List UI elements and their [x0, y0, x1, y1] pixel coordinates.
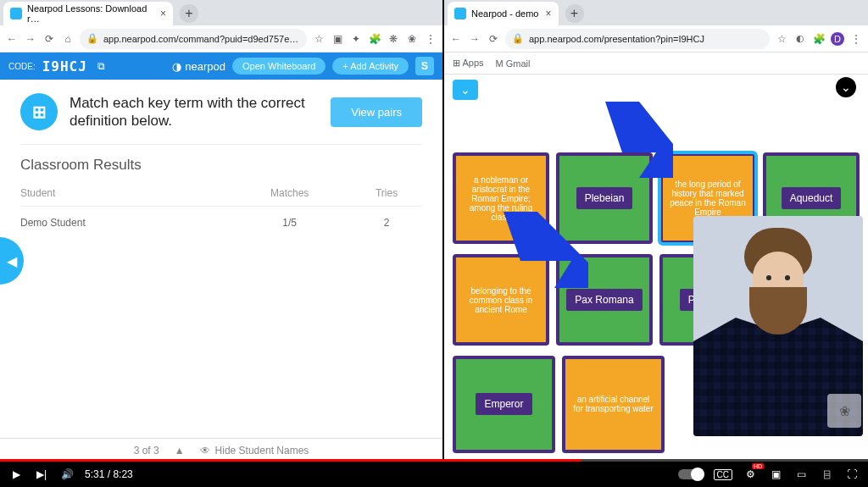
card-label: Emperor — [476, 393, 531, 415]
forward-icon[interactable]: → — [24, 33, 37, 45]
star-icon[interactable]: ☆ — [312, 33, 326, 45]
browser-tab[interactable]: Nearpod Lessons: Download r… × — [3, 2, 173, 25]
fullscreen-icon[interactable]: ⛶ — [844, 468, 860, 480]
results-heading: Classroom Results — [20, 144, 422, 180]
gmail-bookmark[interactable]: M Gmail — [496, 58, 531, 69]
view-pairs-button[interactable]: View pairs — [331, 97, 422, 127]
definition-card[interactable]: an artificial channel for transporting w… — [562, 356, 665, 453]
slide-nav-handle[interactable]: ◀ — [0, 237, 24, 285]
back-icon[interactable]: ← — [5, 33, 19, 45]
code-label: CODE: — [8, 62, 36, 71]
star-icon[interactable]: ☆ — [775, 33, 788, 45]
play-icon[interactable]: ▶ — [8, 468, 24, 480]
instruction-row: ⊞ Match each key term with the correct d… — [0, 80, 442, 144]
cast-icon[interactable]: ⌸ — [819, 468, 834, 480]
add-activity-button[interactable]: Add Activity — [332, 58, 409, 75]
back-icon[interactable]: ← — [449, 33, 463, 45]
col-matches: Matches — [228, 180, 351, 207]
new-tab-button[interactable]: + — [565, 4, 584, 23]
share-icon[interactable]: ⧉ — [97, 60, 105, 72]
tab-title: Nearpod Lessons: Download r… — [27, 3, 153, 24]
cell-student: Demo Student — [20, 207, 228, 240]
card-label: Pax Romana — [566, 289, 642, 311]
hide-names-toggle[interactable]: 👁 Hide Student Names — [200, 445, 309, 457]
menu-icon[interactable]: ⋮ — [849, 33, 863, 45]
annotation-arrow — [495, 212, 588, 288]
svg-marker-0 — [605, 102, 673, 178]
url-text: app.nearpod.com/command?puid=d9ed757e… — [103, 34, 298, 44]
close-tab-icon[interactable]: × — [546, 8, 552, 19]
col-student: Student — [20, 180, 228, 207]
annotation-arrow — [588, 102, 673, 178]
tabstrip-right: Nearpod - demo × + — [444, 0, 868, 25]
slide-counter: 3 of 3 — [134, 445, 159, 457]
settings-icon[interactable]: ⚙HD — [743, 468, 758, 480]
chevron-up-icon[interactable]: ▲ — [175, 445, 185, 457]
watermark-icon: ❀ — [827, 394, 861, 428]
instruction-text: Match each key term with the correct def… — [70, 94, 319, 130]
extension-icon-2[interactable]: ✦ — [349, 33, 363, 45]
profile-avatar[interactable]: D — [831, 32, 844, 46]
lock-icon: 🔒 — [512, 33, 524, 44]
theater-icon[interactable]: ▭ — [793, 468, 809, 480]
reload-icon[interactable]: ⟳ — [42, 33, 56, 45]
col-tries: Tries — [351, 180, 422, 207]
eye-slash-icon: 👁 — [200, 445, 210, 457]
favicon-icon — [454, 8, 466, 19]
extension-icon-4[interactable]: ❀ — [405, 33, 419, 45]
student-count-badge[interactable]: S — [415, 57, 434, 75]
tabstrip-left: Nearpod Lessons: Download r… × + — [0, 0, 442, 25]
student-pane: Nearpod - demo × + ← → ⟳ 🔒 app.nearpod.c… — [444, 0, 868, 462]
extension-icon[interactable]: ◐ — [793, 32, 807, 46]
teacher-footer: 3 of 3 ▲ 👁 Hide Student Names — [0, 438, 442, 462]
progress-bar[interactable] — [0, 459, 868, 462]
card-label: Plebeian — [576, 187, 633, 209]
miniplayer-icon[interactable]: ▣ — [768, 468, 783, 480]
apps-bookmark[interactable]: ⊞ Apps — [453, 58, 484, 69]
browser-tab[interactable]: Nearpod - demo × — [448, 2, 559, 25]
volume-icon[interactable]: 🔊 — [59, 468, 75, 480]
favicon-icon — [10, 8, 22, 19]
extension-icon[interactable]: ▣ — [331, 33, 344, 45]
tab-title: Nearpod - demo — [471, 8, 539, 19]
cc-button[interactable]: CC — [714, 469, 732, 480]
collapse-toggle[interactable]: ⌄ — [453, 80, 478, 100]
next-icon[interactable]: ▶| — [34, 468, 49, 480]
menu-icon[interactable]: ⋮ — [424, 33, 437, 45]
time-display: 5:31 / 8:23 — [85, 468, 133, 480]
svg-marker-1 — [504, 212, 588, 288]
open-whiteboard-button[interactable]: Open Whiteboard — [232, 58, 326, 75]
puzzle-icon[interactable]: 🧩 — [812, 33, 826, 45]
toolbar-left: ← → ⟳ ⌂ 🔒 app.nearpod.com/command?puid=d… — [0, 25, 442, 53]
video-controls: ▶ ▶| 🔊 5:31 / 8:23 CC ⚙HD ▣ ▭ ⌸ ⛶ — [0, 462, 868, 487]
chevron-down-icon[interactable]: ⌄ — [836, 77, 856, 97]
teacher-pane: Nearpod Lessons: Download r… × + ← → ⟳ ⌂… — [0, 0, 444, 462]
results-table: Student Matches Tries Demo Student 1/5 2 — [20, 180, 422, 239]
forward-icon[interactable]: → — [468, 33, 481, 45]
session-code: I9HCJ — [42, 58, 87, 75]
card-label: Aqueduct — [782, 187, 842, 209]
address-bar[interactable]: 🔒 app.nearpod.com/presentation?pin=I9HCJ — [505, 29, 770, 49]
bookmarks-bar: ⊞ Apps M Gmail — [444, 53, 868, 75]
extension-icon-3[interactable]: ❋ — [387, 33, 400, 45]
card-row: Emperoran artificial channel for transpo… — [453, 356, 665, 453]
address-bar[interactable]: 🔒 app.nearpod.com/command?puid=d9ed757e… — [80, 29, 307, 49]
cell-tries: 2 — [351, 207, 422, 240]
puzzle-icon[interactable]: 🧩 — [368, 33, 381, 45]
close-tab-icon[interactable]: × — [160, 8, 166, 19]
results-section: Classroom Results Student Matches Tries … — [0, 144, 442, 239]
term-card[interactable]: Emperor — [453, 356, 555, 453]
nearpod-header: CODE: I9HCJ ⧉ ◑ nearpod Open Whiteboard … — [0, 53, 442, 80]
autoplay-toggle[interactable] — [678, 469, 704, 479]
nearpod-logo: ◑ nearpod — [172, 60, 225, 73]
match-icon: ⊞ — [20, 93, 58, 130]
cell-matches: 1/5 — [228, 207, 351, 240]
lock-icon: 🔒 — [86, 33, 98, 44]
home-icon[interactable]: ⌂ — [61, 33, 75, 45]
new-tab-button[interactable]: + — [180, 4, 198, 23]
toolbar-right: ← → ⟳ 🔒 app.nearpod.com/presentation?pin… — [444, 25, 868, 53]
table-row[interactable]: Demo Student 1/5 2 — [20, 207, 422, 240]
reload-icon[interactable]: ⟳ — [487, 33, 500, 45]
url-text: app.nearpod.com/presentation?pin=I9HCJ — [529, 34, 704, 44]
